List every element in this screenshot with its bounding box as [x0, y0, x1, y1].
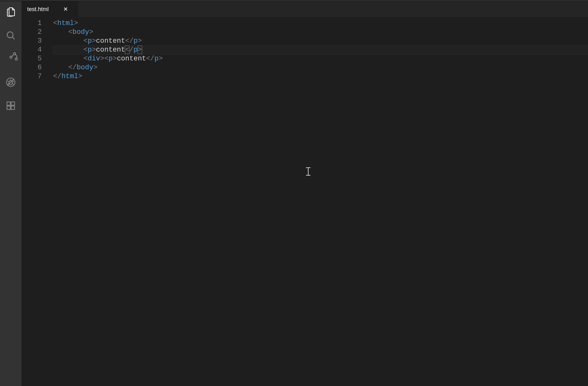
bracket-match: >: [138, 46, 142, 54]
extensions-icon[interactable]: [3, 98, 18, 113]
code-line[interactable]: <p>content</p>: [53, 37, 588, 46]
line-number: 6: [21, 63, 42, 72]
line-number: 7: [21, 72, 42, 81]
editor-group: test.html ✕ 1 2 3 4 5 6 7 <html> <body> …: [21, 1, 588, 386]
text-cursor-icon: [306, 167, 310, 176]
activity-bar: [0, 1, 21, 386]
svg-point-0: [7, 32, 13, 38]
tab-test-html[interactable]: test.html ✕: [21, 1, 78, 17]
source-control-icon[interactable]: [3, 51, 18, 66]
line-number: 1: [21, 19, 42, 28]
svg-rect-13: [7, 102, 10, 105]
line-number: 4: [21, 46, 42, 54]
close-icon[interactable]: ✕: [61, 5, 70, 13]
tab-bar: test.html ✕: [21, 1, 588, 17]
svg-line-9: [12, 81, 14, 82]
code-line[interactable]: <body>: [53, 28, 588, 37]
code-line[interactable]: <html>: [53, 19, 588, 28]
svg-line-8: [8, 81, 9, 82]
code-line[interactable]: <div><p>content</p>: [53, 54, 588, 63]
svg-point-4: [15, 58, 18, 60]
svg-line-11: [12, 84, 14, 84]
line-number: 2: [21, 28, 42, 37]
code-content[interactable]: <html> <body> <p>content</p> <p>content<…: [53, 17, 588, 386]
bracket-match: <: [125, 46, 129, 54]
tab-label: test.html: [27, 6, 49, 13]
debug-icon[interactable]: [3, 75, 18, 90]
svg-rect-15: [11, 106, 15, 109]
explorer-icon[interactable]: [3, 4, 18, 20]
app-root: test.html ✕ 1 2 3 4 5 6 7 <html> <body> …: [0, 1, 588, 386]
svg-line-1: [12, 37, 15, 39]
svg-rect-16: [11, 102, 15, 105]
search-icon[interactable]: [3, 28, 18, 43]
svg-rect-14: [7, 106, 10, 109]
line-number: 3: [21, 37, 42, 46]
line-number-gutter: 1 2 3 4 5 6 7: [21, 17, 53, 386]
code-line[interactable]: </html>: [53, 72, 588, 81]
code-line[interactable]: </body>: [53, 63, 588, 72]
code-line-active[interactable]: <p>content</p>: [53, 46, 588, 54]
line-number: 5: [21, 54, 42, 63]
code-editor[interactable]: 1 2 3 4 5 6 7 <html> <body> <p>content</…: [21, 17, 588, 386]
